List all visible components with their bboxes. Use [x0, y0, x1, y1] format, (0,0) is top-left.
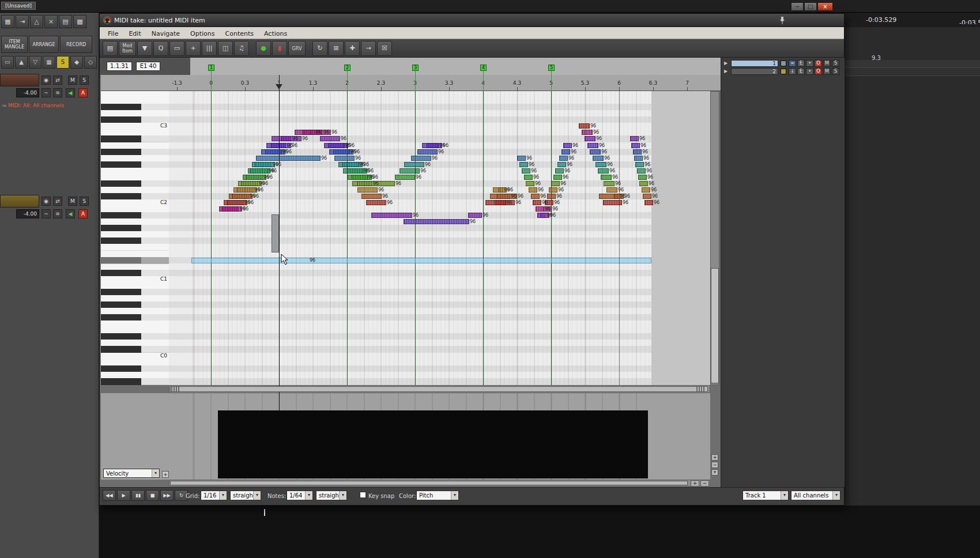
lane-collapse-button[interactable]: ▾ [711, 469, 718, 476]
midi-note[interactable] [644, 200, 653, 205]
midi-note[interactable] [404, 219, 469, 224]
midi-note[interactable] [561, 149, 570, 154]
midi-note[interactable] [585, 136, 595, 141]
groove-button[interactable]: GRV [288, 41, 306, 56]
midi-note[interactable] [557, 162, 566, 167]
piano-key[interactable] [101, 346, 169, 353]
grid-icon[interactable]: ▦ [43, 56, 55, 69]
midi-note[interactable] [256, 156, 321, 161]
midi-note[interactable] [590, 149, 601, 154]
midi-note[interactable] [604, 181, 615, 186]
midi-note[interactable] [250, 168, 270, 174]
midi-note[interactable] [524, 175, 533, 180]
midi-note[interactable] [526, 181, 534, 186]
transport-stop-button[interactable]: ■ [146, 490, 159, 501]
maximize-button[interactable]: □ [804, 2, 817, 11]
edit-cursor-handle[interactable] [276, 84, 282, 89]
midi-note[interactable] [595, 162, 606, 167]
matrix-grid-icon[interactable]: ▩ [73, 15, 86, 28]
screenset-button[interactable]: ▭ [169, 41, 184, 56]
transport-forward-button[interactable]: ▶▶ [160, 490, 174, 501]
hscroll-right-grip[interactable] [696, 387, 706, 391]
lane-zoom-plus-button[interactable]: + [691, 480, 699, 487]
midi-note[interactable] [633, 149, 642, 154]
midi-note[interactable] [551, 181, 560, 186]
midi-note[interactable] [639, 181, 648, 186]
color-tool-button[interactable]: ● [256, 41, 271, 56]
midi-note[interactable] [361, 194, 382, 199]
trackpane-2-record-arm-button[interactable]: O [815, 68, 822, 75]
trackpane-1-env-button[interactable]: E [797, 60, 805, 67]
piano-key[interactable] [101, 244, 169, 251]
midi-note[interactable] [417, 149, 438, 154]
track-select[interactable]: Track 1▾ [742, 491, 789, 500]
midi-note[interactable] [593, 156, 604, 161]
midi-note[interactable] [531, 194, 540, 199]
arrange-button[interactable]: ARRANGE [29, 36, 59, 53]
trackpane-2-fx-button[interactable]: • [806, 68, 813, 75]
midi-note[interactable] [643, 194, 651, 199]
midi-note[interactable] [533, 200, 541, 205]
midi-note[interactable] [638, 175, 647, 180]
note-shape-select[interactable]: straight▾ [316, 491, 347, 500]
midi-note[interactable] [404, 162, 424, 167]
midi-note[interactable] [601, 175, 612, 180]
trackpane-1-mute-button[interactable]: M [823, 60, 831, 67]
midi-note[interactable] [631, 143, 640, 148]
midi-note[interactable] [642, 187, 650, 193]
track-color-swatch[interactable] [781, 69, 786, 74]
lane-zoom-minus-button[interactable]: − [700, 480, 709, 487]
midi-note[interactable] [399, 168, 420, 174]
marker-flag[interactable]: 3 [412, 65, 419, 71]
midi-note[interactable] [606, 187, 617, 193]
marker-flag[interactable]: 2 [344, 65, 350, 71]
horizontal-scrollbar-handle[interactable] [170, 386, 708, 392]
midi-note[interactable] [366, 200, 386, 205]
grid-size-select[interactable]: 1/16▾ [201, 491, 227, 500]
lane-scrollbar-handle[interactable] [170, 481, 688, 485]
grid-lines-button[interactable]: ||| [202, 41, 217, 56]
piano-key[interactable] [101, 135, 169, 142]
midi-note[interactable] [630, 136, 639, 141]
midi-note[interactable] [411, 156, 431, 161]
envelope-icon[interactable]: ▭ [1, 56, 14, 69]
marker-flag[interactable]: 5 [548, 65, 555, 71]
humanize-button[interactable]: ♫ [234, 41, 249, 56]
midi-note[interactable] [598, 168, 609, 174]
grid-dots-icon[interactable]: ▦ [1, 15, 14, 28]
transport-rewind-button[interactable]: ◀◀ [103, 490, 116, 501]
midi-note[interactable] [281, 136, 301, 141]
midi-note[interactable] [517, 156, 526, 161]
snap-toggle-icon[interactable]: ⇥ [16, 15, 29, 28]
zoom-selection-button[interactable]: ⊞ [329, 41, 344, 56]
midi-note[interactable] [603, 200, 622, 205]
midi-note[interactable] [582, 130, 593, 135]
record-button[interactable]: RECORD [60, 36, 92, 53]
midi-note[interactable] [320, 136, 340, 141]
trackpane-2-io-button[interactable]: ↓ [789, 68, 796, 75]
metronome-icon[interactable]: △ [30, 15, 43, 28]
color-mode-select[interactable]: Pitch▾ [416, 491, 459, 500]
trackpane-1-solo-button[interactable]: S [832, 60, 839, 67]
hscroll-left-grip[interactable] [171, 387, 180, 391]
filter-button[interactable]: ▼ [137, 41, 152, 56]
move-tool-button[interactable]: + [186, 41, 201, 56]
trackpane-1-record-arm-button[interactable]: O [815, 60, 822, 67]
midi-note[interactable] [553, 175, 562, 180]
trackpane-1-fx-button[interactable]: • [806, 60, 813, 67]
midi-note[interactable] [357, 187, 378, 193]
midi-note[interactable] [549, 187, 557, 193]
add-cc-lane-button[interactable]: + [162, 471, 169, 478]
lane-zoom-in-button[interactable]: + [711, 454, 718, 461]
vertical-scrollbar-handle[interactable] [711, 268, 719, 383]
midi-note[interactable] [468, 213, 482, 218]
piano-key[interactable] [101, 378, 169, 385]
marker-flag[interactable]: 4 [480, 65, 487, 71]
track-color-swatch[interactable] [781, 61, 786, 66]
midi-note[interactable] [579, 123, 590, 129]
trackpane-2-env-button[interactable]: E [797, 68, 805, 75]
midi-note[interactable] [371, 213, 412, 218]
group-grid-icon[interactable]: ▤ [59, 15, 72, 28]
midi-note[interactable] [522, 168, 530, 174]
close-tool-button[interactable]: ☒ [377, 41, 392, 56]
